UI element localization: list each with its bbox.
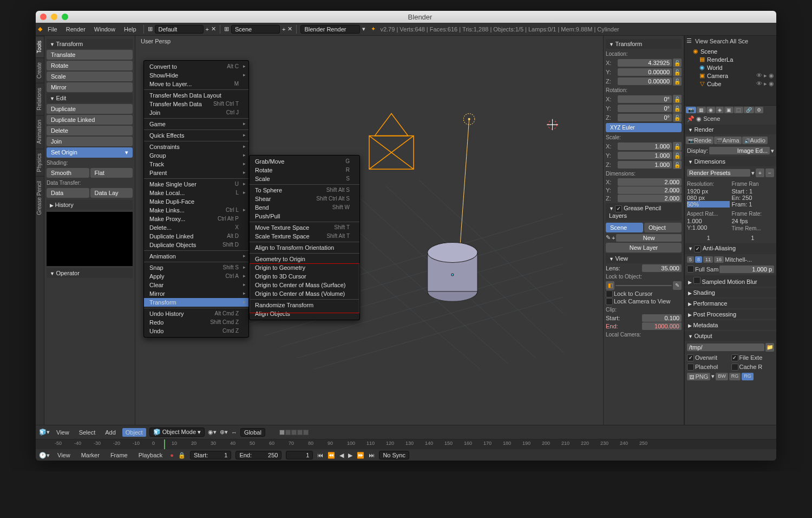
menu-item[interactable]: Undo HistoryAlt Cmd Z bbox=[144, 309, 248, 318]
rot-z[interactable]: 0° bbox=[618, 114, 672, 121]
menu-render[interactable]: Render bbox=[63, 25, 89, 34]
orientation-select[interactable]: Global bbox=[240, 428, 265, 437]
duplicate-button[interactable]: Duplicate bbox=[47, 104, 133, 114]
timeline-icon[interactable]: 🕐▾ bbox=[39, 452, 50, 459]
menu-item[interactable]: Transform bbox=[144, 298, 248, 307]
panel-transform-head[interactable]: Transform bbox=[47, 39, 133, 49]
tl-marker[interactable]: Marker bbox=[78, 451, 103, 459]
lock-icon[interactable]: 🔓 bbox=[673, 68, 682, 76]
outliner-scene[interactable]: ◉Scene bbox=[686, 47, 775, 55]
mirror-button[interactable]: Mirror bbox=[47, 82, 133, 92]
scene-del-icon[interactable]: ✕ bbox=[287, 25, 292, 33]
panel-history-head[interactable]: History bbox=[47, 200, 133, 210]
vtab-physics[interactable]: Physics bbox=[36, 148, 44, 176]
vtab-grease-pencil[interactable]: Grease Pencil bbox=[36, 176, 44, 219]
duplicate-linked-button[interactable]: Duplicate Linked bbox=[47, 115, 133, 125]
lock-icon[interactable]: 🔒 bbox=[178, 452, 186, 459]
menu-item[interactable]: Grab/MoveG bbox=[250, 157, 359, 166]
delete-button[interactable]: Delete bbox=[47, 126, 133, 135]
scene-icon[interactable]: ⊞ bbox=[224, 25, 229, 33]
translate-button[interactable]: Translate bbox=[47, 50, 133, 60]
lock-icon[interactable]: 🔓 bbox=[673, 104, 682, 113]
rotation-order[interactable]: XYZ Euler bbox=[606, 123, 682, 132]
tl-view[interactable]: View bbox=[54, 451, 74, 459]
viewport-3d[interactable]: User Persp Convert toAlt CShow/HideMove … bbox=[135, 36, 603, 425]
eyedropper-icon[interactable]: ✎ bbox=[673, 281, 682, 290]
menu-item[interactable]: Duplicate LinkedAlt D bbox=[144, 232, 248, 241]
rotate-button[interactable]: Rotate bbox=[47, 61, 133, 70]
editor-type-icon[interactable]: 🧊▾ bbox=[39, 429, 50, 436]
gp-scene-tab[interactable]: Scene bbox=[606, 223, 643, 232]
format-select[interactable]: 🖼 PNG bbox=[687, 373, 710, 380]
frame-start[interactable]: Start : 1 bbox=[732, 188, 775, 195]
layers[interactable] bbox=[279, 430, 309, 435]
menu-item[interactable]: Scale Texture SpaceShift Alt T bbox=[250, 232, 359, 241]
set-origin-button[interactable]: Set Origin▾ bbox=[47, 147, 133, 158]
play-icon[interactable]: ▶ bbox=[348, 452, 352, 459]
menu-item[interactable]: To SphereShift Alt S bbox=[250, 186, 359, 195]
menu-item[interactable]: ShearShift Ctrl Alt S bbox=[250, 195, 359, 203]
rot-x[interactable]: 0° bbox=[618, 95, 672, 103]
menu-item[interactable]: Animation bbox=[144, 252, 248, 261]
menu-item[interactable]: Convert toAlt C bbox=[144, 62, 248, 71]
menu-item[interactable]: Geometry to Origin bbox=[250, 255, 359, 263]
next-key-icon[interactable]: ⏩ bbox=[357, 452, 364, 459]
menu-item[interactable]: Origin to Center of Mass (Surface) bbox=[250, 281, 359, 289]
smooth-button[interactable]: Smooth bbox=[47, 168, 89, 178]
vtab-animation[interactable]: Animation bbox=[36, 115, 44, 148]
lock-icon[interactable]: 🔓 bbox=[673, 77, 682, 86]
menu-window[interactable]: Window bbox=[91, 25, 119, 34]
panel-edit-head[interactable]: Edit bbox=[47, 93, 133, 103]
close-icon[interactable] bbox=[40, 14, 47, 20]
cube-icon[interactable]: ◧ bbox=[606, 281, 614, 290]
pencil-icon[interactable]: ✎ bbox=[606, 234, 611, 241]
outliner-world[interactable]: ◉World bbox=[686, 63, 775, 72]
menu-item[interactable]: RedoShift Cmd Z bbox=[144, 318, 248, 327]
render-presets[interactable]: Render Presets bbox=[687, 169, 750, 177]
tl-start[interactable]: Start: 1 bbox=[190, 451, 231, 459]
menu-item[interactable]: Make Dupli-Face bbox=[144, 197, 248, 206]
menu-item[interactable]: UndoCmd Z bbox=[144, 327, 248, 335]
perf-head[interactable]: Performance bbox=[685, 299, 776, 308]
header-add[interactable]: Add bbox=[102, 428, 119, 437]
menu-item[interactable]: SnapShift S bbox=[144, 263, 248, 272]
lens-value[interactable]: 35.000 bbox=[642, 264, 682, 272]
scene-add-icon[interactable]: + bbox=[282, 26, 285, 33]
rot-y[interactable]: 0° bbox=[618, 105, 672, 112]
dim-y[interactable]: 2.000 bbox=[618, 186, 682, 194]
engine-chevron-icon[interactable]: ▾ bbox=[362, 25, 365, 33]
tl-current[interactable]: 1 bbox=[286, 451, 313, 459]
gp-head[interactable]: ✓ Grease Pencil Layers bbox=[606, 203, 682, 221]
menu-item[interactable]: Group bbox=[144, 151, 248, 160]
lock-camera-check[interactable] bbox=[606, 298, 613, 305]
pivot-icon[interactable]: ⊕▾ bbox=[220, 429, 228, 436]
render-head[interactable]: Render bbox=[685, 125, 776, 134]
minimize-icon[interactable] bbox=[51, 14, 57, 20]
gp-newlayer[interactable]: New Layer bbox=[606, 243, 682, 252]
menu-item[interactable]: Parent bbox=[144, 169, 248, 177]
layout-select[interactable]: Default bbox=[155, 25, 204, 34]
scale-z[interactable]: 1.000 bbox=[618, 161, 672, 169]
output-head[interactable]: Output bbox=[685, 331, 776, 341]
menu-item[interactable]: Game bbox=[144, 120, 248, 128]
shading-icon[interactable]: ◉▾ bbox=[208, 429, 217, 436]
menu-item[interactable]: Align Objects bbox=[250, 309, 359, 318]
aa-sample[interactable]: 11 bbox=[703, 256, 713, 263]
outliner-icon[interactable]: ☰ bbox=[686, 37, 692, 44]
menu-item[interactable]: Transfer Mesh DataShift Ctrl T bbox=[144, 100, 248, 108]
zoom-icon[interactable] bbox=[62, 14, 68, 20]
gp-new[interactable]: New bbox=[616, 234, 682, 242]
menu-item[interactable]: Push/Pull bbox=[250, 212, 359, 221]
res-pct[interactable]: 50% bbox=[687, 201, 730, 208]
menu-item[interactable]: Make Links...Ctrl L bbox=[144, 206, 248, 215]
menu-item[interactable]: JoinCtrl J bbox=[144, 108, 248, 117]
lock-icon[interactable]: 🔓 bbox=[673, 151, 682, 160]
lock-icon[interactable]: 🔓 bbox=[673, 59, 682, 67]
dim-x[interactable]: 2.000 bbox=[618, 178, 682, 186]
scale-x[interactable]: 1.000 bbox=[618, 143, 672, 150]
jump-start-icon[interactable]: ⏮ bbox=[317, 452, 323, 458]
res-y[interactable]: 080 px bbox=[687, 195, 730, 201]
scale-y[interactable]: 1.000 bbox=[618, 152, 672, 159]
tl-playback[interactable]: Playback bbox=[135, 451, 166, 459]
menu-item[interactable]: ScaleS bbox=[250, 174, 359, 183]
